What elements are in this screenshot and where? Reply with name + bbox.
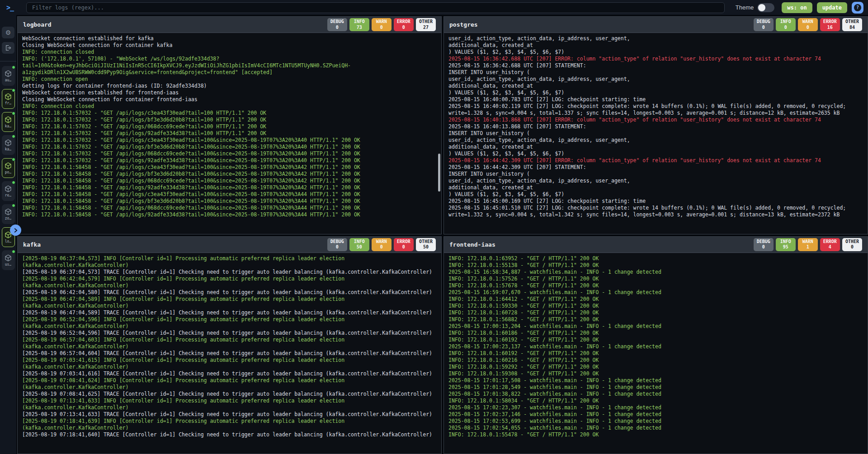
log-line: Closing WebSocket connection for contain…	[22, 42, 437, 49]
log-line: 2025-08-15 16:59:07,670 - watchfiles.mai…	[448, 289, 863, 296]
log-line: (kafka.controller.KafkaController)	[22, 303, 437, 309]
container-cube-icon	[5, 139, 12, 146]
log-line: [2025-08-19 07:13:41,633] INFO [Controll…	[22, 398, 437, 404]
settings-button[interactable]: ⚙	[2, 27, 14, 38]
status-dot	[12, 250, 15, 253]
log-line: INFO: 172.18.0.1:59292 - "GET / HTTP/1.1…	[448, 364, 863, 370]
log-line: (kafka.controller.KafkaController)	[22, 323, 437, 330]
log-line: Closing WebSocket connection for contain…	[22, 96, 437, 103]
log-line: 2025-08-15 16:58:34,887 - watchfiles.mai…	[448, 269, 863, 276]
sidebar-item-8[interactable]: us…	[2, 250, 15, 270]
panel-kafka: kafka DEBUG0INFO50WARN0ERROR0OTHER50 [20…	[17, 236, 442, 454]
log-line: [2025-08-19 06:52:04,596] INFO [Controll…	[22, 316, 437, 323]
logout-button[interactable]	[2, 42, 14, 54]
badge-info: INFO0	[776, 18, 796, 31]
sidebar-item-4[interactable]: po…	[2, 158, 15, 178]
log-line: INSERT INTO user_history (	[448, 171, 863, 178]
sidebar-item-6[interactable]: zo…	[2, 204, 15, 224]
sidebar-container-list: au… fr… ka… ka… po…	[2, 66, 15, 270]
log-line: user_id, action_type, action_data, ip_ad…	[448, 178, 863, 184]
level-badges: DEBUG0INFO50WARN0ERROR0OTHER50	[327, 238, 436, 251]
log-line: [2025-08-19 07:08:41,624] INFO [Controll…	[22, 377, 437, 384]
log-line: 2025-08-15 16:36:42.688 UTC [207] STATEM…	[448, 62, 863, 69]
log-line: user_id, action_type, action_data, ip_ad…	[448, 35, 863, 42]
theme-control: Theme	[736, 3, 774, 12]
terminal-prompt-icon: >_	[5, 4, 15, 12]
log-line: [2025-08-19 07:03:41,616] TRACE [Control…	[22, 370, 437, 377]
log-line: INFO: 172.18.0.1:60186 - "GET / HTTP/1.1…	[448, 330, 863, 337]
log-line: INFO: connection closed	[22, 103, 437, 110]
log-line: [2025-08-19 06:37:04,573] INFO [Controll…	[22, 255, 437, 262]
log-body[interactable]: INFO: 172.18.0.1:63952 - "GET / HTTP/1.1…	[444, 253, 868, 454]
badge-error: ERROR4	[820, 238, 840, 251]
log-line: additional_data, created_at	[448, 184, 863, 191]
status-dot	[12, 181, 15, 184]
panel-title: kafka	[23, 241, 41, 248]
panel-title: logboard	[23, 21, 52, 28]
log-body[interactable]: [2025-08-19 06:37:04,573] INFO [Controll…	[18, 253, 441, 454]
badge-error: ERROR0	[394, 238, 414, 251]
container-cube-icon	[5, 185, 12, 192]
status-dot	[12, 66, 15, 69]
help-button[interactable]: ?	[852, 2, 863, 14]
log-body[interactable]: WebSocket connection established for kaf…	[18, 33, 441, 234]
sidebar-item-0[interactable]: au…	[2, 66, 15, 86]
log-line: [2025-08-19 06:42:04,579] INFO [Controll…	[22, 276, 437, 282]
log-line: additional_data, created_at	[448, 83, 863, 89]
log-line: 2025-08-15 17:00:13,204 - watchfiles.mai…	[448, 323, 863, 330]
log-line: [2025-08-19 07:13:41,633] TRACE [Control…	[22, 411, 437, 418]
log-line: INFO: 172.18.0.1:55138 - "GET / HTTP/1.1…	[448, 262, 863, 269]
panel-frontend-iaas: frontend-iaas DEBUG0INFO95WARN1ERROR4OTH…	[443, 236, 868, 454]
sidebar-expand-button[interactable]	[10, 225, 21, 236]
chevron-right-icon	[13, 228, 19, 233]
log-line: INSERT INTO user_history (	[448, 69, 863, 76]
container-label: zo…	[5, 216, 11, 220]
badge-info: INFO50	[349, 238, 369, 251]
log-line: INFO: 172.18.0.1:60192 - "GET / HTTP/1.1…	[448, 337, 863, 343]
container-label: us…	[5, 262, 11, 267]
log-line: ) VALUES ($1, $2, $3, $4, $5, $6, $7)	[448, 191, 863, 198]
log-line: 2025-08-15 16:40:13.868 UTC [207] ERROR:…	[448, 117, 863, 123]
log-line: INFO: 172.18.0.1:57032 - "GET /api/logs/…	[22, 157, 437, 164]
log-wrap: user_id, action_type, action_data, ip_ad…	[444, 33, 868, 234]
badge-warn: WARN0	[372, 238, 392, 251]
ws-status-button[interactable]: ws: on	[782, 2, 812, 13]
app-window: >_ Theme ws: on update ? ⚙ au…	[0, 0, 868, 454]
sidebar-item-3[interactable]: ka…	[2, 135, 15, 155]
status-dot	[12, 112, 15, 115]
log-body[interactable]: user_id, action_type, action_data, ip_ad…	[444, 33, 868, 234]
log-line: a1zgydikDRln1X2wUBSRWW0cdd9Pyp9Oig&servi…	[22, 69, 437, 76]
container-label: fr…	[5, 101, 11, 105]
log-line: INFO: connection closed	[22, 49, 437, 56]
log-line: ) VALUES ($1, $2, $3, $4, $5, $6, $7)	[448, 150, 863, 157]
sign-out-icon	[5, 45, 11, 51]
sidebar-item-2[interactable]: ka…	[2, 112, 15, 132]
sidebar-item-5[interactable]: re…	[2, 181, 15, 201]
theme-toggle[interactable]	[757, 3, 774, 12]
update-button[interactable]: update	[817, 2, 847, 13]
log-line: INFO: 172.18.0.1:57678 - "GET / HTTP/1.1…	[448, 282, 863, 289]
badge-other: OTHER0	[842, 238, 862, 251]
theme-label: Theme	[736, 4, 754, 11]
log-line: 2025-08-15 16:36:42.688 UTC [207] ERROR:…	[448, 56, 863, 62]
container-label: au…	[5, 78, 11, 82]
panel-grid: logboard DEBUG0INFO73WARN0ERROR0OTHER27 …	[17, 16, 868, 454]
log-line: INFO: 172.18.0.1:57032 - "GET /api/logs/…	[22, 144, 437, 150]
scrollbar-thumb[interactable]	[438, 154, 440, 192]
log-line: INFO: 172.18.0.1:63952 - "GET / HTTP/1.1…	[448, 255, 863, 262]
log-wrap: INFO: 172.18.0.1:63952 - "GET / HTTP/1.1…	[444, 253, 868, 454]
status-dot	[12, 135, 15, 138]
panel-title: postgres	[449, 21, 478, 28]
badge-debug: DEBUG0	[327, 18, 347, 31]
log-line: 2025-08-15 17:02:53,699 - watchfiles.mai…	[448, 418, 863, 425]
log-line: [2025-08-19 06:57:04,604] TRACE [Control…	[22, 350, 437, 357]
log-line: INFO: 172.18.0.1:59308 - "GET / HTTP/1.1…	[448, 370, 863, 377]
log-line: WebSocket connection established for fro…	[22, 89, 437, 96]
topbar: >_ Theme ws: on update ?	[0, 0, 868, 15]
badge-other: OTHER27	[416, 18, 436, 31]
log-line: INFO: 172.18.0.1:57032 - "GET /api/logs/…	[22, 110, 437, 117]
log-line: 2025-08-15 16:44:42.309 UTC [207] ERROR:…	[448, 157, 863, 164]
log-line: 2025-08-15 17:01:28,549 - watchfiles.mai…	[448, 384, 863, 391]
filter-logs-input[interactable]	[26, 2, 725, 13]
sidebar-item-1[interactable]: fr…	[2, 89, 15, 109]
